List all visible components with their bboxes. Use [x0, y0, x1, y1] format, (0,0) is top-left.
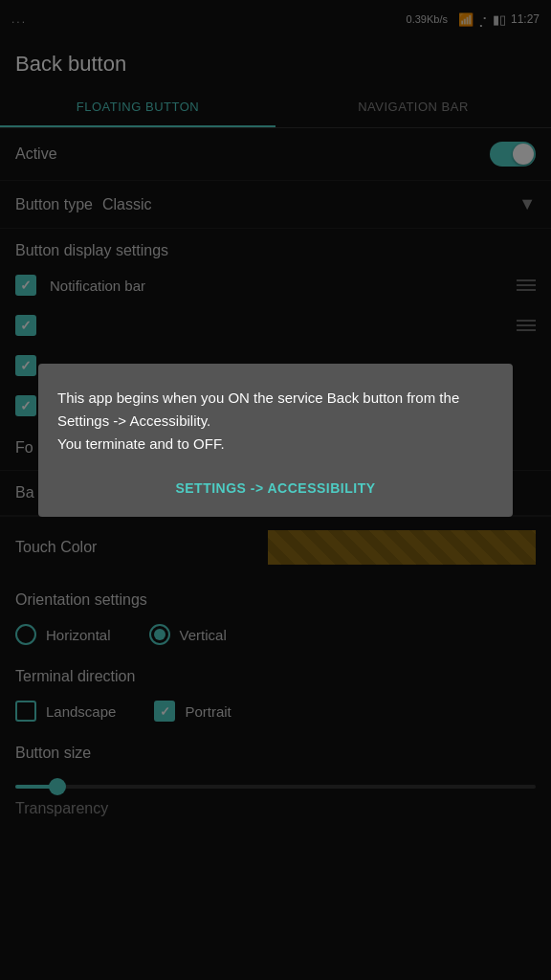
accessibility-settings-link[interactable]: SETTINGS -> ACCESSIBILITY: [57, 475, 494, 501]
accessibility-dialog: This app begins when you ON the service …: [38, 364, 513, 517]
dialog-body: This app begins when you ON the service …: [57, 387, 494, 456]
